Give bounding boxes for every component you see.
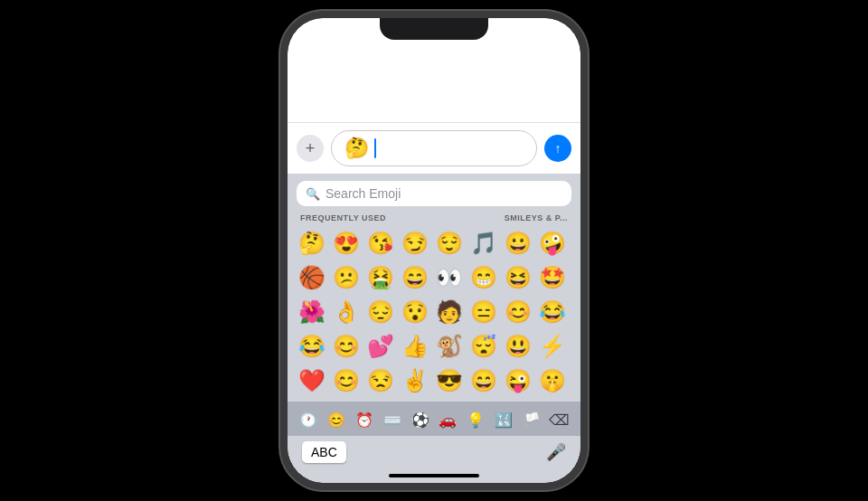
emoji-expressionless[interactable]: 😑 <box>467 295 501 329</box>
emoji-laughing2[interactable]: 😂 <box>295 329 329 364</box>
plus-button[interactable]: + <box>297 135 324 162</box>
emoji-sleeping[interactable]: 😴 <box>467 329 501 364</box>
home-indicator <box>389 474 479 477</box>
recent-icon[interactable]: 🕐 <box>295 407 323 432</box>
emoji-rofl[interactable]: 😂 <box>535 295 570 329</box>
symbols-icon[interactable]: 🔣 <box>490 407 518 432</box>
emoji-two-hearts[interactable]: 💕 <box>363 329 398 364</box>
microphone-icon[interactable]: 🎤 <box>546 442 566 462</box>
notch <box>380 18 488 40</box>
emoji-relieved[interactable]: 😌 <box>432 226 467 260</box>
emoji-unamused[interactable]: 😒 <box>363 364 398 398</box>
keyboard-area: 🔍 Search Emoji FREQUENTLY USED SMILEYS &… <box>288 174 580 483</box>
emoji-shushing[interactable]: 🤫 <box>535 364 570 398</box>
message-input-box[interactable]: 🤔 <box>331 130 537 166</box>
search-bar-row: 🔍 Search Emoji <box>288 174 580 212</box>
emoji-smiling3[interactable]: 😊 <box>329 364 363 398</box>
emoji-thinking[interactable]: 🤔 <box>295 226 329 260</box>
emoji-hushed[interactable]: 😯 <box>398 295 432 329</box>
emoji-grinning[interactable]: 😄 <box>467 364 501 398</box>
emoji-victory[interactable]: ✌️ <box>398 364 432 398</box>
objects-icon[interactable]: 💡 <box>462 407 490 432</box>
emoji-search-bar[interactable]: 🔍 Search Emoji <box>297 181 571 206</box>
emoji-pensive[interactable]: 😔 <box>363 295 398 329</box>
input-emoji: 🤔 <box>344 138 369 158</box>
sports-icon[interactable]: ⚽ <box>406 407 434 432</box>
emoji-laughing[interactable]: 😄 <box>398 260 432 295</box>
emoji-ok-hand[interactable]: 👌 <box>329 295 363 329</box>
phone-frame: + 🤔 ↑ 🔍 Search Emoji FREQUENTLY USED S <box>280 11 588 490</box>
text-cursor <box>374 138 376 158</box>
emoji-confused[interactable]: 😕 <box>329 260 363 295</box>
search-placeholder-text: Search Emoji <box>326 186 401 201</box>
emoji-music[interactable]: 🎵 <box>467 226 501 260</box>
transport-icon[interactable]: 🚗 <box>434 407 462 432</box>
emoji-winking[interactable]: 😜 <box>501 364 535 398</box>
emoji-zany[interactable]: 🤪 <box>535 226 570 260</box>
emoji-starstruck[interactable]: 🤩 <box>535 260 570 295</box>
emoji-zap[interactable]: ⚡ <box>535 329 570 364</box>
keyboard-toolbar: 🕐 😊 ⏰ ⌨️ ⚽ 🚗 💡 🔣 🏳️ ⌫ <box>288 402 580 436</box>
send-button[interactable]: ↑ <box>544 135 571 162</box>
emoji-row-5: ❤️ 😊 😒 ✌️ 😎 😄 😜 🤫 <box>295 364 573 398</box>
delete-key[interactable]: ⌫ <box>545 407 573 432</box>
bottom-bar: ABC 🎤 <box>288 436 580 470</box>
emoji-heart[interactable]: ❤️ <box>295 364 329 398</box>
phone-screen: + 🤔 ↑ 🔍 Search Emoji FREQUENTLY USED S <box>288 18 580 483</box>
emoji-beaming[interactable]: 😁 <box>467 260 501 295</box>
message-bar: + 🤔 ↑ <box>288 122 580 174</box>
search-icon: 🔍 <box>306 187 320 201</box>
frequently-used-label: FREQUENTLY USED <box>300 213 386 222</box>
emoji-row-1: 🤔 😍 😘 😏 😌 🎵 😀 🤪 <box>295 226 573 260</box>
emoji-thumbsup[interactable]: 👍 <box>398 329 432 364</box>
emoji-eyes[interactable]: 👀 <box>432 260 467 295</box>
send-arrow-icon: ↑ <box>555 141 561 156</box>
smileys-label: SMILEYS & P... <box>505 213 568 222</box>
emoji-monkey[interactable]: 🐒 <box>432 329 467 364</box>
emoji-squinting[interactable]: 😆 <box>501 260 535 295</box>
abc-button[interactable]: ABC <box>302 441 346 463</box>
emoji-row-3: 🌺 👌 😔 😯 🧑 😑 😊 😂 <box>295 295 573 329</box>
emoji-smiling2[interactable]: 😊 <box>329 329 363 364</box>
emoji-happy[interactable]: 😃 <box>501 329 535 364</box>
emoji-heart-eyes[interactable]: 😍 <box>329 226 363 260</box>
emoji-row-4: 😂 😊 💕 👍 🐒 😴 😃 ⚡ <box>295 329 573 364</box>
emoji-sunglasses[interactable]: 😎 <box>432 364 467 398</box>
flags-icon[interactable]: 🏳️ <box>517 407 545 432</box>
smiley-icon[interactable]: 😊 <box>323 407 351 432</box>
emoji-row-2: 🏀 😕 🤮 😄 👀 😁 😆 🤩 <box>295 260 573 295</box>
emoji-smiling[interactable]: 😊 <box>501 295 535 329</box>
emoji-grid: 🤔 😍 😘 😏 😌 🎵 😀 🤪 🏀 😕 🤮 😄 👀 😁 <box>288 224 580 402</box>
emoji-person[interactable]: 🧑 <box>432 295 467 329</box>
emoji-categories-header: FREQUENTLY USED SMILEYS & P... <box>288 212 580 224</box>
emoji-smirk[interactable]: 😏 <box>398 226 432 260</box>
emoji-basketball[interactable]: 🏀 <box>295 260 329 295</box>
clock-icon[interactable]: ⏰ <box>351 407 379 432</box>
keyboard-icon[interactable]: ⌨️ <box>378 407 406 432</box>
emoji-kiss[interactable]: 😘 <box>363 226 398 260</box>
emoji-hibiscus[interactable]: 🌺 <box>295 295 329 329</box>
emoji-grin[interactable]: 😀 <box>501 226 535 260</box>
emoji-nauseated[interactable]: 🤮 <box>363 260 398 295</box>
